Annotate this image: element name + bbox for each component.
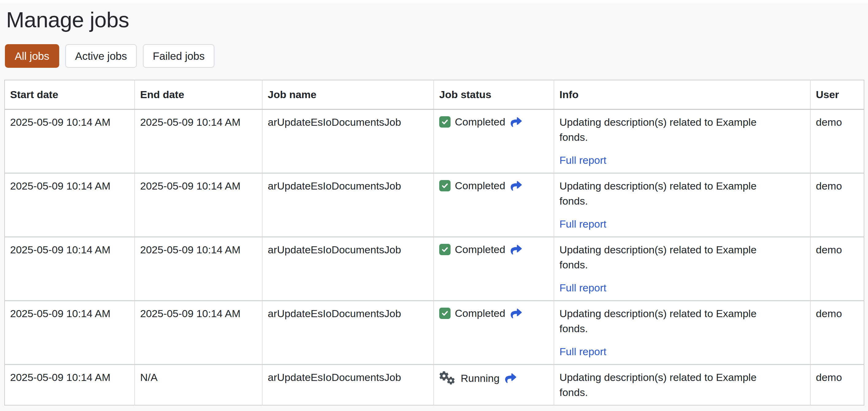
job-status: Completed [439,242,549,255]
cell-job-status: Completed [434,301,554,365]
job-status-label: Running [461,372,500,384]
full-report-link[interactable]: Full report [559,282,607,293]
cell-job-name: arUpdateEsIoDocumentsJob [262,109,434,173]
info-text: Updating description(s) related to Examp… [559,179,805,209]
cell-job-name: arUpdateEsIoDocumentsJob [262,301,434,365]
cell-user: demo [810,237,864,301]
table-row: 2025-05-09 10:14 AM2025-05-09 10:14 AMar… [5,173,864,237]
table-row: 2025-05-09 10:14 AM2025-05-09 10:14 AMar… [5,301,864,365]
info-text: Updating description(s) related to Examp… [559,306,805,336]
cell-job-status: Completed [434,173,554,237]
cell-user: demo [810,109,864,173]
column-header-end-date: End date [135,80,262,109]
share-arrow-icon[interactable] [504,373,517,384]
job-status: Completed [439,306,549,319]
cell-start-date: 2025-05-09 10:14 AM [5,301,135,365]
gears-icon [439,371,456,385]
cell-info: Updating description(s) related to Examp… [554,365,810,406]
filter-button-failed-jobs[interactable]: Failed jobs [143,44,214,68]
cell-info: Updating description(s) related to Examp… [554,237,810,301]
full-report-link[interactable]: Full report [559,346,607,357]
share-arrow-icon[interactable] [510,308,522,319]
cell-user: demo [810,301,864,365]
filter-button-all-jobs[interactable]: All jobs [5,44,59,68]
job-filter-buttons: All jobsActive jobsFailed jobs [5,44,864,68]
cell-info: Updating description(s) related to Examp… [554,301,810,365]
check-square-icon [439,180,451,191]
check-square-icon [439,116,451,128]
cell-user: demo [810,173,864,237]
report-row: Full report [559,280,805,295]
top-strip [0,0,868,3]
info-text: Updating description(s) related to Examp… [559,370,805,400]
full-report-link[interactable]: Full report [559,154,607,166]
job-status: Completed [439,179,549,192]
cell-end-date: N/A [135,365,262,406]
column-header-job-status: Job status [434,80,554,109]
job-status-label: Completed [455,180,505,192]
page-title: Manage jobs [6,7,864,33]
check-square-icon [439,308,451,319]
cell-job-status: Completed [434,237,554,301]
share-arrow-icon[interactable] [510,180,522,191]
column-header-user: User [810,80,864,109]
cell-job-status: Running [434,365,554,406]
jobs-table: Start dateEnd dateJob nameJob statusInfo… [4,80,864,406]
filter-button-active-jobs[interactable]: Active jobs [65,44,137,68]
cell-info: Updating description(s) related to Examp… [554,109,810,173]
report-row: Full report [559,217,805,231]
info-text: Updating description(s) related to Examp… [559,115,805,145]
info-text: Updating description(s) related to Examp… [559,242,805,272]
cell-start-date: 2025-05-09 10:14 AM [5,109,135,173]
cell-job-name: arUpdateEsIoDocumentsJob [262,365,434,406]
cell-end-date: 2025-05-09 10:14 AM [135,301,262,365]
cell-start-date: 2025-05-09 10:14 AM [5,237,135,301]
job-status-label: Completed [455,116,505,128]
cell-info: Updating description(s) related to Examp… [554,173,810,237]
column-header-job-name: Job name [262,80,434,109]
share-arrow-icon[interactable] [510,117,522,128]
table-header-row: Start dateEnd dateJob nameJob statusInfo… [5,80,864,109]
job-status: Running [439,370,549,385]
column-header-start-date: Start date [5,80,135,109]
share-arrow-icon[interactable] [510,244,522,255]
cell-user: demo [810,365,864,406]
report-row: Full report [559,344,805,359]
full-report-link[interactable]: Full report [559,218,607,230]
report-row: Full report [559,153,805,168]
cell-start-date: 2025-05-09 10:14 AM [5,365,135,406]
cell-job-name: arUpdateEsIoDocumentsJob [262,237,434,301]
job-status: Completed [439,115,549,128]
cell-job-status: Completed [434,109,554,173]
table-row: 2025-05-09 10:14 AMN/AarUpdateEsIoDocume… [5,365,864,406]
column-header-info: Info [554,80,810,109]
cell-start-date: 2025-05-09 10:14 AM [5,173,135,237]
cell-end-date: 2025-05-09 10:14 AM [135,109,262,173]
job-status-label: Completed [455,307,505,319]
cell-end-date: 2025-05-09 10:14 AM [135,237,262,301]
manage-jobs-page: Manage jobs All jobsActive jobsFailed jo… [0,0,868,411]
table-row: 2025-05-09 10:14 AM2025-05-09 10:14 AMar… [5,237,864,301]
table-row: 2025-05-09 10:14 AM2025-05-09 10:14 AMar… [5,109,864,173]
cell-job-name: arUpdateEsIoDocumentsJob [262,173,434,237]
check-square-icon [439,244,451,255]
job-status-label: Completed [455,244,505,255]
cell-end-date: 2025-05-09 10:14 AM [135,173,262,237]
